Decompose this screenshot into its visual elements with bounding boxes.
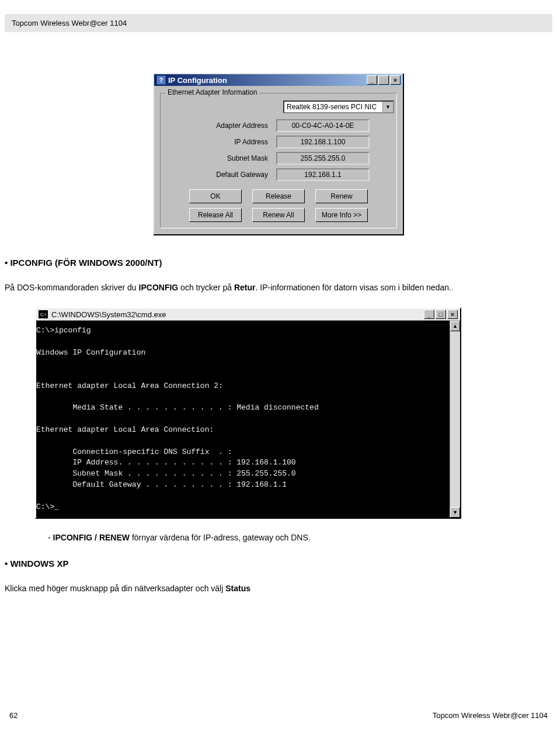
release-all-button[interactable]: Release All	[189, 208, 242, 222]
renew-all-button[interactable]: Renew All	[252, 208, 305, 222]
bullet-rest: förnyar värdena för IP-adress, gateway o…	[130, 533, 311, 542]
bullet-bold: IPCONFIG / RENEW	[53, 533, 130, 542]
adapter-address-value: 00-C0-4C-A0-14-0E	[276, 119, 370, 132]
subnet-mask-label: Subnet Mask	[166, 154, 276, 162]
para-bold: IPCONFIG	[139, 283, 179, 292]
info-row: Default Gateway 192.168.1.1	[166, 168, 391, 181]
ip-address-label: IP Address	[166, 138, 276, 146]
default-gateway-label: Default Gateway	[166, 171, 276, 179]
body-paragraph: På DOS-kommandoraden skriver du IPCONFIG…	[5, 282, 552, 293]
cmd-output[interactable]: C:\>ipconfig Windows IP Configuration Et…	[36, 321, 450, 517]
cmd-window-wrap: C:\ C:\WINDOWS\System32\cmd.exe _ □ × C:…	[35, 307, 552, 518]
scroll-track[interactable]	[450, 331, 460, 507]
cmd-titlebar[interactable]: C:\ C:\WINDOWS\System32\cmd.exe _ □ ×	[36, 308, 460, 320]
para-bold: Status	[225, 584, 250, 593]
close-icon[interactable]: ×	[447, 310, 458, 319]
ip-address-value: 192.168.1.100	[276, 136, 370, 148]
fieldset-legend: Ethernet Adapter Information	[165, 88, 259, 96]
para-text: På DOS-kommandoraden skriver du	[5, 283, 139, 292]
scrollbar[interactable]: ▲ ▼	[450, 321, 460, 517]
more-info-button[interactable]: More Info >>	[315, 208, 368, 222]
page-number: 62	[9, 711, 18, 720]
adapter-select[interactable]: Realtek 8139-series PCI NIC ▼	[283, 100, 394, 113]
cmd-title: C:\WINDOWS\System32\cmd.exe	[51, 310, 166, 319]
dialog-app-icon: ?	[156, 75, 166, 85]
subnet-mask-value: 255.255.255.0	[276, 152, 370, 165]
minimize-icon[interactable]: _	[367, 75, 377, 85]
adapter-address-label: Adapter Address	[166, 122, 276, 130]
ok-button[interactable]: OK	[189, 189, 242, 203]
para-text: . IP-informationen för datorn visas som …	[255, 283, 451, 292]
dialog-title: IP Configuration	[168, 76, 227, 85]
ipconfig-dialog: ? IP Configuration _ □ × Ethernet Adapte…	[153, 73, 404, 235]
page-header-title: Topcom Wireless Webr@cer 1104	[12, 19, 127, 27]
dialog-titlebar[interactable]: ? IP Configuration _ □ ×	[154, 74, 403, 86]
window-control-buttons: _ □ ×	[367, 75, 401, 85]
cmd-body-wrap: C:\>ipconfig Windows IP Configuration Et…	[36, 320, 460, 517]
chevron-down-icon[interactable]: ▼	[382, 102, 393, 112]
adapter-select-value: Realtek 8139-series PCI NIC	[284, 102, 382, 112]
footer-brand: Topcom Wireless Webr@cer 1104	[433, 711, 548, 720]
bullet-prefix: -	[48, 533, 53, 542]
cmd-icon: C:\	[39, 310, 48, 318]
info-row: Subnet Mask 255.255.255.0	[166, 152, 391, 165]
ipconfig-dialog-wrap: ? IP Configuration _ □ × Ethernet Adapte…	[5, 73, 552, 235]
scroll-up-icon[interactable]: ▲	[450, 321, 460, 331]
cmd-window: C:\ C:\WINDOWS\System32\cmd.exe _ □ × C:…	[35, 307, 461, 518]
maximize-icon[interactable]: □	[378, 75, 389, 85]
para-text: och trycker på	[178, 283, 234, 292]
green-dot: .	[451, 283, 454, 292]
window-control-buttons: _ □ ×	[424, 310, 458, 319]
close-icon[interactable]: ×	[390, 75, 401, 85]
maximize-icon[interactable]: □	[436, 310, 446, 319]
minimize-icon[interactable]: _	[424, 310, 434, 319]
renew-button[interactable]: Renew	[315, 189, 368, 203]
button-row-2: Release All Renew All More Info >>	[166, 208, 391, 222]
adapter-fieldset: Ethernet Adapter Information Realtek 813…	[160, 93, 397, 228]
default-gateway-value: 192.168.1.1	[276, 168, 370, 181]
para-text: Klicka med höger musknapp på din nätverk…	[5, 584, 225, 593]
page-header: Topcom Wireless Webr@cer 1104	[5, 14, 552, 32]
section-heading-winxp: • WINDOWS XP	[5, 559, 552, 568]
info-row: IP Address 192.168.1.100	[166, 136, 391, 148]
sub-bullet: - IPCONFIG / RENEW förnyar värdena för I…	[48, 533, 552, 542]
scroll-down-icon[interactable]: ▼	[450, 507, 460, 518]
page-footer: 62 Topcom Wireless Webr@cer 1104	[5, 711, 552, 720]
section-heading-ipconfig: • IPCONFIG (FÖR WINDOWS 2000/NT)	[5, 258, 552, 268]
para-bold: Retur	[234, 283, 256, 292]
info-row: Adapter Address 00-C0-4C-A0-14-0E	[166, 119, 391, 132]
dialog-body: Ethernet Adapter Information Realtek 813…	[154, 86, 403, 234]
button-row-1: OK Release Renew	[166, 189, 391, 203]
body-paragraph: Klicka med höger musknapp på din nätverk…	[5, 582, 552, 594]
release-button[interactable]: Release	[252, 189, 305, 203]
